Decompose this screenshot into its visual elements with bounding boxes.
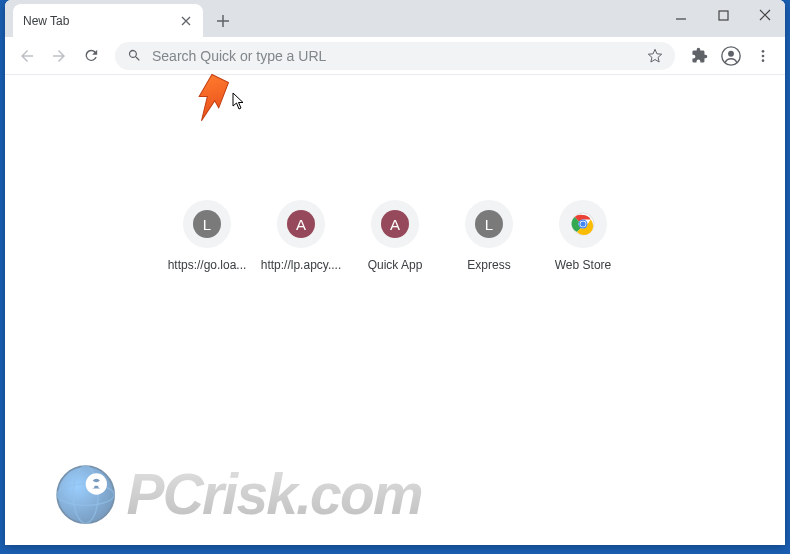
svg-point-9 [580, 221, 585, 226]
svg-point-3 [762, 50, 765, 53]
shortcut-icon: A [277, 200, 325, 248]
shortcut-tile[interactable]: AQuick App [358, 200, 432, 272]
shortcut-letter-badge: L [475, 210, 503, 238]
menu-button[interactable] [749, 42, 777, 70]
shortcut-icon [559, 200, 607, 248]
shortcut-label: Quick App [368, 258, 423, 272]
active-tab[interactable]: New Tab [13, 4, 203, 37]
shortcut-label: https://go.loa... [168, 258, 247, 272]
bookmark-star-icon[interactable] [647, 48, 663, 64]
shortcuts-grid: Lhttps://go.loa...Ahttp://lp.apcy....AQu… [170, 200, 620, 272]
reload-button[interactable] [77, 42, 105, 70]
shortcut-letter-badge: A [287, 210, 315, 238]
window-controls [667, 4, 779, 26]
page-content: Lhttps://go.loa...Ahttp://lp.apcy....AQu… [5, 75, 785, 545]
shortcut-icon: A [371, 200, 419, 248]
shortcut-label: Express [467, 258, 510, 272]
profile-button[interactable] [717, 42, 745, 70]
shortcut-tile[interactable]: Ahttp://lp.apcy.... [264, 200, 338, 272]
maximize-button[interactable] [709, 4, 737, 26]
svg-point-5 [762, 59, 765, 62]
navigation-bar [5, 37, 785, 75]
shortcut-label: http://lp.apcy.... [261, 258, 341, 272]
new-tab-button[interactable] [209, 7, 237, 35]
shortcut-letter-badge: L [193, 210, 221, 238]
close-tab-icon[interactable] [179, 14, 193, 28]
back-button[interactable] [13, 42, 41, 70]
shortcut-tile[interactable]: LExpress [452, 200, 526, 272]
shortcut-letter-badge: A [381, 210, 409, 238]
minimize-button[interactable] [667, 4, 695, 26]
extensions-button[interactable] [685, 42, 713, 70]
shortcut-icon: L [465, 200, 513, 248]
browser-window: New Tab [5, 0, 785, 545]
svg-point-4 [762, 54, 765, 57]
tab-title: New Tab [23, 14, 179, 28]
close-window-button[interactable] [751, 4, 779, 26]
svg-rect-0 [719, 11, 728, 20]
shortcut-icon: L [183, 200, 231, 248]
tab-bar: New Tab [5, 0, 785, 37]
svg-point-2 [728, 50, 734, 56]
shortcut-tile[interactable]: Web Store [546, 200, 620, 272]
forward-button[interactable] [45, 42, 73, 70]
shortcut-label: Web Store [555, 258, 611, 272]
shortcut-tile[interactable]: Lhttps://go.loa... [170, 200, 244, 272]
address-bar[interactable] [115, 42, 675, 70]
url-input[interactable] [152, 48, 637, 64]
search-icon [127, 48, 142, 63]
